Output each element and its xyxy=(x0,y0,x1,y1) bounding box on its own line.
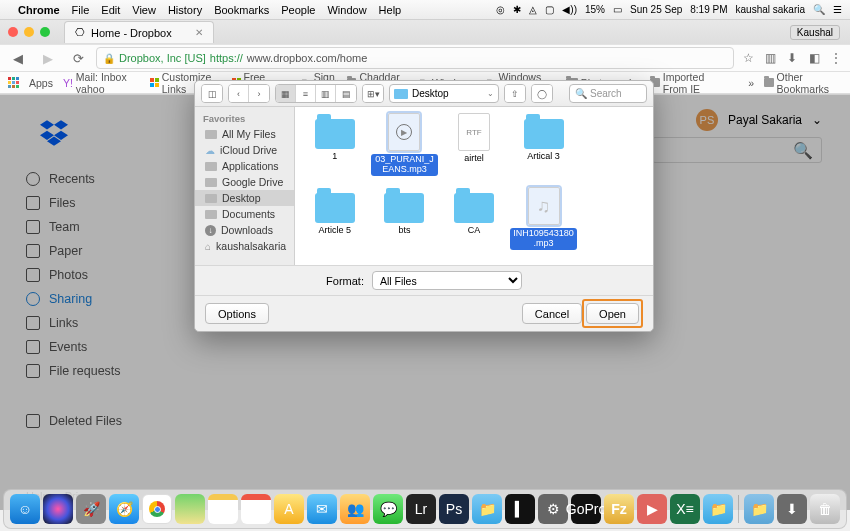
dock-terminal-icon[interactable]: ▍ xyxy=(505,494,535,524)
dock-folder-2-icon[interactable]: 📁 xyxy=(703,494,733,524)
minimize-window-button[interactable] xyxy=(24,27,34,37)
tab-close-icon[interactable]: ✕ xyxy=(195,27,203,38)
menu-view[interactable]: View xyxy=(132,4,156,16)
nav-team[interactable]: Team xyxy=(0,215,194,239)
nav-sharing[interactable]: Sharing xyxy=(0,287,194,311)
dock-lightroom-icon[interactable]: Lr xyxy=(406,494,436,524)
notification-center-icon[interactable]: ☰ xyxy=(833,4,842,15)
sidebar-all-my-files[interactable]: All My Files xyxy=(195,126,294,142)
close-window-button[interactable] xyxy=(8,27,18,37)
sidebar-googledrive[interactable]: Google Drive xyxy=(195,174,294,190)
dock-finder-icon[interactable]: ☺ xyxy=(10,494,40,524)
nav-photos[interactable]: Photos xyxy=(0,263,194,287)
other-bookmarks[interactable]: Other Bookmarks xyxy=(764,72,842,94)
active-app-name[interactable]: Chrome xyxy=(18,4,60,16)
dock-notes-icon[interactable] xyxy=(208,494,238,524)
sidebar-toggle[interactable]: ◫ xyxy=(201,84,223,103)
open-button[interactable]: Open xyxy=(586,303,639,324)
cancel-button[interactable]: Cancel xyxy=(522,303,582,324)
sidebar-desktop[interactable]: Desktop xyxy=(195,190,294,206)
dock-video-icon[interactable]: ▶ xyxy=(637,494,667,524)
nav-back-button[interactable]: ‹ xyxy=(229,85,249,102)
dock-filezilla-icon[interactable]: Fz xyxy=(604,494,634,524)
nav-fwd-button[interactable]: › xyxy=(249,85,269,102)
file-item[interactable]: ▶03_PURANI_JEANS.mp3 xyxy=(371,113,439,185)
nav-deleted[interactable]: Deleted Files xyxy=(0,409,194,433)
group-button[interactable]: ⊞▾ xyxy=(363,85,383,102)
sidebar-icloud[interactable]: ☁iCloud Drive xyxy=(195,142,294,158)
bookmark-apps[interactable]: Apps xyxy=(29,77,53,89)
dock-messages-icon[interactable]: 💬 xyxy=(373,494,403,524)
dialog-search[interactable]: 🔍 Search xyxy=(569,84,647,103)
view-list-button[interactable]: ≡ xyxy=(296,85,316,102)
dock-excel-icon[interactable]: X≡ xyxy=(670,494,700,524)
nav-events[interactable]: Events xyxy=(0,335,194,359)
circle-status-icon[interactable]: ◎ xyxy=(496,4,505,15)
dock-friends-icon[interactable]: 👥 xyxy=(340,494,370,524)
extension-c-icon[interactable]: ◧ xyxy=(806,50,822,66)
dock-photoshop-icon[interactable]: Ps xyxy=(439,494,469,524)
volume-icon[interactable]: ◀)) xyxy=(562,4,577,15)
dock-siri-icon[interactable] xyxy=(43,494,73,524)
view-columns-button[interactable]: ▥ xyxy=(316,85,336,102)
menu-file[interactable]: File xyxy=(72,4,90,16)
share-button[interactable]: ⇧ xyxy=(505,85,525,102)
file-item[interactable]: Artical 3 xyxy=(510,113,578,185)
dropbox-account[interactable]: PS Payal Sakaria ⌄ xyxy=(696,109,822,131)
dropbox-logo[interactable] xyxy=(40,119,194,151)
view-icons-button[interactable]: ▦ xyxy=(276,85,296,102)
reload-button[interactable]: ⟳ xyxy=(66,47,90,69)
chrome-menu-icon[interactable]: ⋮ xyxy=(828,50,844,66)
menubar-date[interactable]: Sun 25 Sep xyxy=(630,4,682,15)
nav-paper[interactable]: Paper xyxy=(0,239,194,263)
tab-dropbox[interactable]: ⎔ Home - Dropbox ✕ xyxy=(64,21,214,43)
nav-links[interactable]: Links xyxy=(0,311,194,335)
dock-settings-icon[interactable]: ⚙ xyxy=(538,494,568,524)
dock-stack-icon[interactable]: 📁 xyxy=(744,494,774,524)
tags-button[interactable]: ◯ xyxy=(532,85,552,102)
bookmarks-overflow[interactable]: » xyxy=(748,77,754,89)
star-bookmark-icon[interactable]: ☆ xyxy=(740,50,756,66)
file-item[interactable]: ♫INH109543180.mp3 xyxy=(510,187,578,259)
battery-icon[interactable]: ▭ xyxy=(613,4,622,15)
options-button[interactable]: Options xyxy=(205,303,269,324)
dock-app-a-icon[interactable]: A xyxy=(274,494,304,524)
dock-launchpad-icon[interactable]: 🚀 xyxy=(76,494,106,524)
sidebar-documents[interactable]: Documents xyxy=(195,206,294,222)
wifi-icon[interactable]: ◬ xyxy=(529,4,537,15)
menu-edit[interactable]: Edit xyxy=(101,4,120,16)
bookmark-imported-ie[interactable]: Imported From IE xyxy=(650,72,728,94)
dock-safari-icon[interactable]: 🧭 xyxy=(109,494,139,524)
dock-gopro-icon[interactable]: GoPro xyxy=(571,494,601,524)
maximize-window-button[interactable] xyxy=(40,27,50,37)
location-dropdown[interactable]: Desktop ⌄ xyxy=(389,84,499,103)
apps-grid-icon[interactable] xyxy=(8,77,19,89)
extension-a-icon[interactable]: ▥ xyxy=(762,50,778,66)
forward-button[interactable]: ▶ xyxy=(36,47,60,69)
dock-folder-1-icon[interactable]: 📁 xyxy=(472,494,502,524)
menu-window[interactable]: Window xyxy=(327,4,366,16)
dock-mail-icon[interactable]: ✉ xyxy=(307,494,337,524)
menubar-user[interactable]: kaushal sakaria xyxy=(736,4,805,15)
bookmark-yahoo[interactable]: Y!Mail: Inbox yahoo xyxy=(63,72,140,94)
airplay-icon[interactable]: ▢ xyxy=(545,4,554,15)
menu-history[interactable]: History xyxy=(168,4,202,16)
back-button[interactable]: ◀ xyxy=(6,47,30,69)
battery-percent[interactable]: 15% xyxy=(585,4,605,15)
format-select[interactable]: All Files xyxy=(372,271,522,290)
file-item[interactable]: 1 xyxy=(301,113,369,185)
address-bar[interactable]: 🔒 Dropbox, Inc [US] https://www.dropbox.… xyxy=(96,47,734,69)
menu-people[interactable]: People xyxy=(281,4,315,16)
file-item[interactable]: CA xyxy=(440,187,508,259)
file-item[interactable]: bts xyxy=(371,187,439,259)
menubar-time[interactable]: 8:19 PM xyxy=(690,4,727,15)
view-gallery-button[interactable]: ▤ xyxy=(336,85,356,102)
dock-chrome-icon[interactable] xyxy=(142,494,172,524)
dock-trash-icon[interactable]: 🗑 xyxy=(810,494,840,524)
dropbox-search[interactable]: 🔍 xyxy=(652,137,822,163)
sidebar-home[interactable]: ⌂kaushalsakaria xyxy=(195,238,294,254)
sidebar-applications[interactable]: Applications xyxy=(195,158,294,174)
sidebar-downloads[interactable]: ↓Downloads xyxy=(195,222,294,238)
menu-bookmarks[interactable]: Bookmarks xyxy=(214,4,269,16)
nav-file-requests[interactable]: File requests xyxy=(0,359,194,383)
